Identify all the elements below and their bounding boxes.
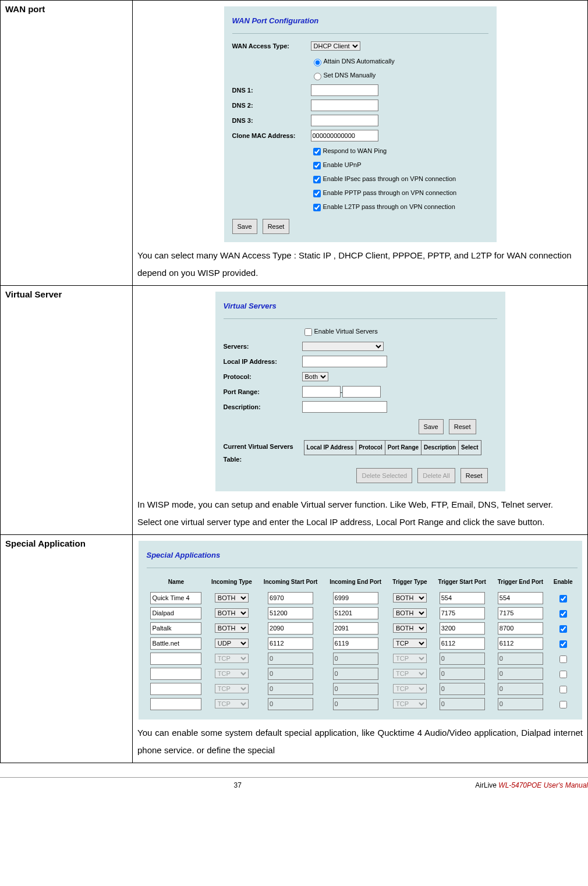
chk-wan-ping[interactable] — [313, 148, 321, 155]
sa-inc-end-input[interactable] — [333, 698, 378, 710]
sa-trig-end-input[interactable] — [498, 668, 543, 680]
sa-inc-start-input[interactable] — [268, 622, 313, 635]
sa-trig-type-select[interactable]: BOTH — [393, 608, 427, 618]
sa-enable-checkbox[interactable] — [559, 701, 567, 708]
sa-name-input[interactable] — [150, 653, 201, 665]
sa-enable-checkbox[interactable] — [559, 595, 567, 603]
sa-row: TCPTCP — [147, 651, 578, 666]
sa-inc-start-input[interactable] — [268, 668, 313, 680]
sa-trig-end-input[interactable] — [498, 653, 543, 665]
sa-inc-start-input[interactable] — [268, 683, 313, 695]
sa-trig-end-input[interactable] — [498, 637, 543, 650]
sa-inc-type-select[interactable]: BOTH — [215, 623, 249, 633]
sa-name-input[interactable] — [150, 592, 201, 604]
sa-inc-type-select[interactable]: TCP — [215, 684, 249, 693]
sa-trig-type-select[interactable]: BOTH — [393, 623, 427, 633]
wan-access-label: WAN Access Type: — [232, 40, 311, 52]
sa-trig-start-input[interactable] — [440, 698, 485, 710]
vs-save-button[interactable]: Save — [419, 419, 444, 434]
sa-trig-type-select[interactable]: TCP — [393, 684, 427, 693]
dns-manual-radio[interactable] — [314, 73, 321, 80]
vs-table: Local IP Address Protocol Port Range Des… — [304, 440, 481, 455]
sa-trig-type-select[interactable]: TCP — [393, 699, 427, 708]
sa-inc-type-select[interactable]: TCP — [215, 654, 249, 663]
sa-inc-end-input[interactable] — [333, 653, 378, 665]
sa-trig-end-input[interactable] — [498, 622, 543, 635]
sa-trig-type-select[interactable]: BOTH — [393, 593, 427, 603]
sa-trig-type-select[interactable]: TCP — [393, 654, 427, 663]
vs-reset-button[interactable]: Reset — [449, 419, 476, 434]
chk-pptp[interactable] — [313, 190, 321, 197]
row-label-wan: WAN port — [1, 1, 133, 286]
sa-trig-start-input[interactable] — [440, 622, 485, 635]
sa-trig-start-input[interactable] — [440, 683, 485, 695]
sa-inc-start-input[interactable] — [268, 653, 313, 665]
dns3-input[interactable] — [311, 115, 378, 126]
sa-inc-end-input[interactable] — [333, 668, 378, 680]
sa-name-input[interactable] — [150, 607, 201, 619]
vs-port-end-input[interactable] — [342, 386, 381, 398]
vs-reset2-button[interactable]: Reset — [461, 468, 488, 483]
vs-del-sel-button[interactable]: Delete Selected — [356, 468, 412, 483]
sa-trig-end-input[interactable] — [498, 607, 543, 619]
sa-inc-start-input[interactable] — [268, 698, 313, 710]
vs-desc-label: Description: — [224, 401, 302, 413]
sa-enable-checkbox[interactable] — [559, 610, 567, 618]
sa-inc-end-input[interactable] — [333, 622, 378, 635]
chk-ipsec[interactable] — [313, 176, 321, 183]
vs-localip-input[interactable] — [302, 356, 387, 367]
chk-l2tp[interactable] — [313, 204, 321, 211]
sa-enable-checkbox[interactable] — [559, 625, 567, 633]
sa-row: BOTHBOTH — [147, 590, 578, 605]
wan-save-button[interactable]: Save — [232, 219, 257, 234]
sa-inc-start-input[interactable] — [268, 592, 313, 604]
sa-inc-type-select[interactable]: TCP — [215, 669, 249, 678]
wan-reset-button[interactable]: Reset — [263, 219, 290, 234]
sa-enable-checkbox[interactable] — [559, 671, 567, 678]
vs-servers-label: Servers: — [224, 340, 302, 353]
dns2-label: DNS 2: — [232, 99, 311, 112]
sa-inc-type-select[interactable]: TCP — [215, 699, 249, 708]
sa-trig-start-input[interactable] — [440, 637, 485, 650]
sa-trig-start-input[interactable] — [440, 668, 485, 680]
sa-inc-end-input[interactable] — [333, 637, 378, 650]
sa-trig-end-input[interactable] — [498, 683, 543, 695]
sa-enable-checkbox[interactable] — [559, 686, 567, 693]
wan-access-select[interactable]: DHCP Client — [311, 41, 360, 51]
sa-name-input[interactable] — [150, 622, 201, 635]
sa-trig-type-select[interactable]: TCP — [393, 669, 427, 678]
sa-inc-type-select[interactable]: UDP — [215, 639, 249, 648]
sa-name-input[interactable] — [150, 637, 201, 650]
sa-name-input[interactable] — [150, 683, 201, 695]
vs-port-start-input[interactable] — [302, 386, 341, 398]
sa-inc-start-input[interactable] — [268, 607, 313, 619]
vs-enable-checkbox[interactable] — [304, 328, 312, 336]
sa-inc-end-input[interactable] — [333, 683, 378, 695]
sa-inc-type-select[interactable]: BOTH — [215, 608, 249, 618]
vs-servers-select[interactable] — [302, 342, 384, 351]
dns-auto-radio[interactable] — [314, 59, 321, 66]
clone-input[interactable] — [311, 130, 378, 141]
sa-trig-start-input[interactable] — [440, 653, 485, 665]
sa-trig-type-select[interactable]: TCP — [393, 639, 427, 648]
sa-enable-checkbox[interactable] — [559, 640, 567, 648]
sa-name-input[interactable] — [150, 698, 201, 710]
sa-row: BOTHBOTH — [147, 621, 578, 636]
chk-upnp[interactable] — [313, 162, 321, 169]
sa-trig-end-input[interactable] — [498, 592, 543, 604]
vs-desc-input[interactable] — [302, 401, 387, 413]
dns2-input[interactable] — [311, 100, 378, 111]
sa-trig-end-input[interactable] — [498, 698, 543, 710]
sa-enable-checkbox[interactable] — [559, 655, 567, 663]
dns1-input[interactable] — [311, 84, 378, 96]
sa-trig-start-input[interactable] — [440, 607, 485, 619]
sa-name-input[interactable] — [150, 668, 201, 680]
vs-protocol-select[interactable]: Both — [302, 372, 328, 381]
sa-inc-type-select[interactable]: BOTH — [215, 593, 249, 603]
sa-inc-start-input[interactable] — [268, 637, 313, 650]
sa-table: Name Incoming Type Incoming Start Port I… — [147, 574, 578, 711]
vs-del-all-button[interactable]: Delete All — [417, 468, 455, 483]
sa-inc-end-input[interactable] — [333, 607, 378, 619]
sa-inc-end-input[interactable] — [333, 592, 378, 604]
sa-trig-start-input[interactable] — [440, 592, 485, 604]
